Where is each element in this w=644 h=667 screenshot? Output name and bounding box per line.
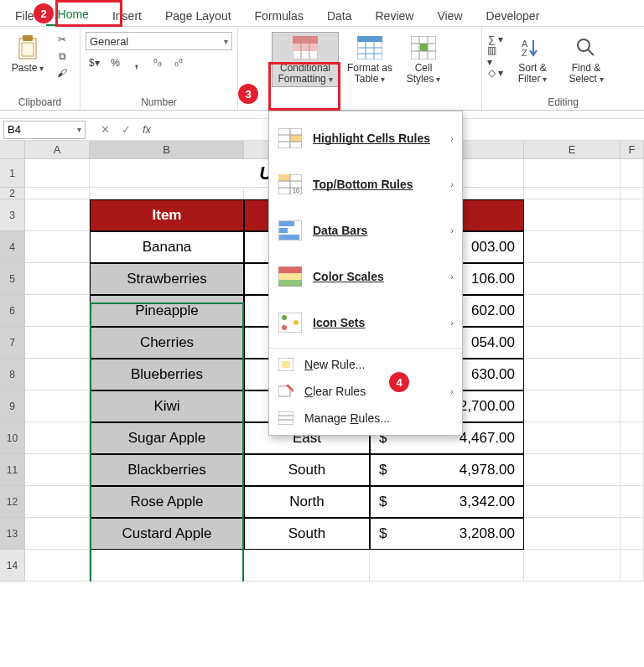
svg-line-23 xyxy=(588,49,594,55)
row-header-11[interactable]: 11 xyxy=(0,454,25,486)
tab-data[interactable]: Data xyxy=(315,4,364,26)
svg-rect-4 xyxy=(293,36,318,44)
cut-icon[interactable]: ✂ xyxy=(54,32,70,47)
menu-color-scales[interactable]: Color Scales › xyxy=(269,253,462,299)
increase-decimal-icon[interactable]: ⁰₀ xyxy=(149,55,166,70)
row-header-13[interactable]: 13 xyxy=(0,518,25,550)
svg-rect-48 xyxy=(282,361,290,368)
row-header-14[interactable]: 14 xyxy=(0,550,25,582)
table-row-region[interactable]: North xyxy=(244,486,370,518)
conditional-formatting-label: Conditional Formatting xyxy=(276,63,335,85)
menu-new-rule[interactable]: New Rule... xyxy=(269,351,462,378)
accept-formula-icon[interactable]: ✓ xyxy=(122,123,131,136)
menu-clear-rules[interactable]: Clear Rules › xyxy=(269,378,462,405)
name-box[interactable]: B4 ▾ xyxy=(3,121,86,139)
table-row-item[interactable]: Custard Apple xyxy=(90,518,244,550)
svg-rect-9 xyxy=(357,36,382,42)
table-row-region[interactable]: South xyxy=(244,454,370,486)
svg-rect-36 xyxy=(279,221,294,226)
table-row-amount[interactable]: $3,208.00 xyxy=(370,518,524,550)
row-header-4[interactable]: 4 xyxy=(0,231,25,263)
svg-point-45 xyxy=(282,325,287,330)
table-row-item[interactable]: Rose Apple xyxy=(90,486,244,518)
menu-new-rule-label: New Rule... xyxy=(304,358,454,371)
table-row-item[interactable]: Pineapple xyxy=(90,295,244,327)
format-as-table-icon xyxy=(356,34,383,61)
col-header-F[interactable]: F xyxy=(621,141,644,159)
conditional-formatting-button[interactable]: Conditional Formatting xyxy=(272,32,339,87)
svg-rect-5 xyxy=(293,44,318,51)
row-header-10[interactable]: 10 xyxy=(0,422,25,454)
svg-rect-39 xyxy=(278,266,302,273)
sort-filter-label: Sort & Filter xyxy=(512,63,553,85)
tab-home[interactable]: Home xyxy=(46,3,101,26)
name-box-value: B4 xyxy=(8,123,21,136)
row-header-1[interactable]: 1 xyxy=(0,159,25,188)
menu-data-bars[interactable]: Data Bars › xyxy=(269,207,462,253)
row-header-3[interactable]: 3 xyxy=(0,199,25,231)
fx-icon[interactable]: fx xyxy=(143,123,151,136)
number-format-select[interactable]: General ▾ xyxy=(86,32,232,50)
find-select-button[interactable]: Find & Select xyxy=(561,32,611,87)
comma-button[interactable]: , xyxy=(128,55,145,70)
percent-button[interactable]: % xyxy=(107,55,124,70)
menu-icon-sets[interactable]: Icon Sets › xyxy=(269,299,462,345)
currency-button[interactable]: $ ▾ xyxy=(86,55,103,70)
menu-topbot-label: Top/Bottom Rules xyxy=(313,178,435,191)
tab-file[interactable]: File xyxy=(3,4,46,26)
table-row-amount[interactable]: $4,978.00 xyxy=(370,454,524,486)
conditional-formatting-icon xyxy=(292,34,319,61)
tab-formulas[interactable]: Formulas xyxy=(243,4,315,26)
menu-clear-rules-label: Clear Rules xyxy=(304,385,435,398)
fill-icon[interactable]: ▥ ▾ xyxy=(487,49,504,64)
col-header-A[interactable]: A xyxy=(25,141,90,159)
row-header-12[interactable]: 12 xyxy=(0,486,25,518)
tab-developer[interactable]: Developer xyxy=(475,4,552,26)
sort-filter-button[interactable]: AZ Sort & Filter xyxy=(507,32,558,87)
tab-insert[interactable]: Insert xyxy=(101,4,153,26)
table-row-item[interactable]: Blueberries xyxy=(90,359,244,390)
group-editing: ∑ ▾ ▥ ▾ ◇ ▾ AZ Sort & Filter Find & Sele… xyxy=(481,27,644,110)
format-as-table-label: Format as Table xyxy=(346,63,393,85)
menu-manage-rules[interactable]: Manage Rules... xyxy=(269,405,462,432)
col-header-E[interactable]: E xyxy=(524,141,621,159)
table-row-item[interactable]: Sugar Apple xyxy=(90,422,244,454)
table-row-item[interactable]: Kiwi xyxy=(90,390,244,422)
svg-rect-1 xyxy=(23,35,33,41)
table-row-item[interactable]: Blackberries xyxy=(90,454,244,486)
cancel-formula-icon[interactable]: ✕ xyxy=(101,123,110,136)
format-as-table-button[interactable]: Format as Table xyxy=(342,32,397,87)
row-header-8[interactable]: 8 xyxy=(0,359,25,390)
paste-button[interactable]: Paste xyxy=(5,32,50,76)
format-painter-icon[interactable]: 🖌 xyxy=(54,65,70,80)
table-row-item[interactable]: Cherries xyxy=(90,327,244,359)
clear-icon[interactable]: ◇ ▾ xyxy=(487,65,504,80)
row-header-6[interactable]: 6 xyxy=(0,295,25,327)
cell-styles-button[interactable]: Cell Styles xyxy=(401,32,446,87)
tab-view[interactable]: View xyxy=(425,4,474,26)
table-row-region[interactable]: South xyxy=(244,518,370,550)
select-all-corner[interactable] xyxy=(0,141,25,159)
menu-highlight-label: Highlight Cells Rules xyxy=(313,132,435,145)
table-row-amount[interactable]: $3,342.00 xyxy=(370,486,524,518)
group-number-label: Number xyxy=(86,96,232,108)
row-header-7[interactable]: 7 xyxy=(0,327,25,359)
row-header-5[interactable]: 5 xyxy=(0,263,25,295)
decrease-decimal-icon[interactable]: ₀⁰ xyxy=(170,55,187,70)
menu-highlight-cells-rules[interactable]: Highlight Cells Rules › xyxy=(269,115,462,161)
menu-top-bottom-rules[interactable]: 10 Top/Bottom Rules › xyxy=(269,161,462,207)
tab-page-layout[interactable]: Page Layout xyxy=(153,4,243,26)
svg-rect-37 xyxy=(279,228,288,233)
col-header-B[interactable]: B xyxy=(90,141,244,159)
submenu-arrow-icon: › xyxy=(450,318,454,328)
row-header-2[interactable]: 2 xyxy=(0,188,25,199)
copy-icon[interactable]: ⧉ xyxy=(54,49,70,64)
row-header-9[interactable]: 9 xyxy=(0,390,25,422)
table-row-item[interactable]: Strawberries xyxy=(90,263,244,295)
table-header-item[interactable]: Item xyxy=(90,199,244,231)
table-row-item[interactable]: Banana xyxy=(90,231,244,263)
svg-point-46 xyxy=(293,320,299,325)
tab-review[interactable]: Review xyxy=(364,4,426,26)
svg-text:10: 10 xyxy=(293,188,299,194)
find-select-icon xyxy=(573,34,600,61)
